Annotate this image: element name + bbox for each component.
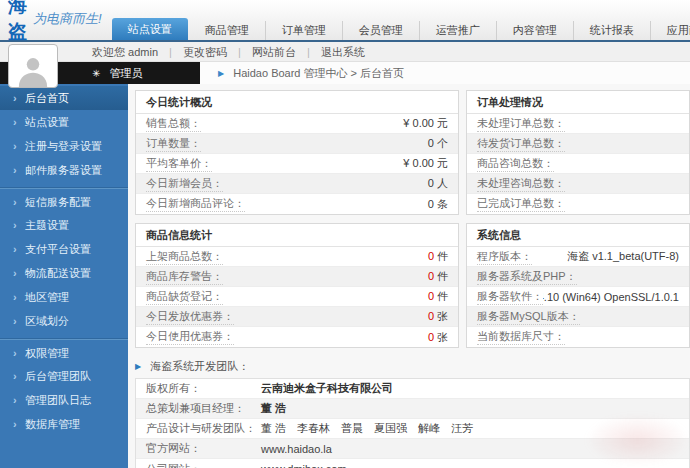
logout-link[interactable]: 退出系统 [321,46,365,58]
sidebar-item-label: 物流配送设置 [25,267,91,279]
stat-label: 商品库存警告： [146,269,223,285]
admin-app: 海盗 为电商而生! 站点设置 商品管理 订单管理 会员管理 运营推广 内容管理 … [0,0,690,468]
tab-app-store[interactable]: 应用商店 [651,21,690,40]
sidebar-item-label: 主题设置 [25,219,69,231]
sidebar-item-payment-platform[interactable]: ›支付平台设置 [0,237,128,261]
sidebar-item-region-management[interactable]: ›地区管理 [0,285,128,309]
official-site-link[interactable]: www.haidao.la [261,443,332,455]
stat-label: 未处理咨询总数： [477,176,565,192]
arrow-right-icon: ▶ [135,362,141,371]
content-area: 今日统计概况 销售总额：¥ 0.00 元 订单数量：0 个 平均客单价：¥ 0.… [128,84,690,468]
team-row: 公司网站：www.dmibox.com [136,459,689,468]
stat-label: 服务器软件： [477,289,543,305]
dev-team-header: ▶ 海盗系统开发团队： [135,358,690,375]
sidebar-item-admin-team[interactable]: ›后台管理团队 [0,364,128,388]
stat-row: 程序版本：海盗 v1.1_beta(UTF-8) [467,247,689,267]
stat-value: 0 人 [428,176,448,191]
team-label: 官方网站： [146,441,261,456]
stat-row: 服务器MySQL版本： [467,307,689,327]
sidebar-item-label: 站点设置 [25,116,69,128]
dev-team-title: 海盗系统开发团队： [150,360,249,372]
stat-label: 今日使用优惠券： [146,329,234,345]
logo-tagline: 为电商而生! [33,10,102,28]
separator: | [307,46,310,58]
team-label: 总策划兼项目经理： [146,401,261,416]
sidebar-item-database[interactable]: ›数据库管理 [0,412,128,436]
site-front-link[interactable]: 网站前台 [252,46,296,58]
breadcrumb: ▶ Haidao Board 管理中心 > 后台首页 [218,62,404,84]
tab-marketing[interactable]: 运营推广 [420,21,497,40]
sidebar-item-logistics[interactable]: ›物流配送设置 [0,261,128,285]
team-row: 版权所有：云南迪米盒子科技有限公司 [136,379,689,399]
stat-value: 0张 [428,309,448,324]
stat-label: 当前数据库尺寸： [477,329,565,345]
stat-row: 今日发放优惠券：0张 [136,307,458,327]
chevron-right-icon: › [13,341,17,365]
tab-order-management[interactable]: 订单管理 [266,21,343,40]
asterisk-icon: ✳ [92,68,100,79]
stat-value: 0 个 [428,136,448,151]
sidebar-item-label: 地区管理 [25,291,69,303]
panel-title: 商品信息统计 [136,224,458,247]
sidebar-item-register-login[interactable]: ›注册与登录设置 [0,134,128,158]
sidebar-item-label: 后台管理团队 [25,370,91,382]
stat-label: 平均客单价： [146,156,212,172]
breadcrumb-arrow-icon: ▶ [218,69,224,78]
sidebar-item-mail-server[interactable]: ›邮件服务器设置 [0,158,128,182]
sidebar: ›后台首页 ›站点设置 ›注册与登录设置 ›邮件服务器设置 ›短信服务配置 ›主… [0,84,128,468]
chevron-right-icon: › [13,86,17,110]
stat-label: 上架商品总数： [146,249,223,265]
tab-content-management[interactable]: 内容管理 [497,21,574,40]
sidebar-item-permissions[interactable]: ›权限管理 [0,338,128,364]
panel-order-processing: 订单处理情况 未处理订单总数： 待发货订单总数： 商品咨询总数： 未处理咨询总数… [466,90,690,215]
team-value: 董 浩 李春林 普晨 夏国强 解峰 汪芳 [261,421,473,436]
tab-member-management[interactable]: 会员管理 [343,21,420,40]
stat-row: 待发货订单总数： [467,134,689,154]
separator: | [169,46,172,58]
company-site-link[interactable]: www.dmibox.com [261,463,347,468]
sidebar-item-zone-division[interactable]: ›区域划分 [0,309,128,333]
stat-label: 今日新增会员： [146,176,223,192]
role-breadcrumb-row: ✳ 管理员 ▶ Haidao Board 管理中心 > 后台首页 [0,62,690,84]
change-password-link[interactable]: 更改密码 [183,46,227,58]
stat-row: 今日新增商品评论：0 条 [136,194,458,214]
tab-site-settings[interactable]: 站点设置 [112,18,188,40]
chevron-right-icon: › [13,158,17,182]
chevron-right-icon: › [13,134,17,158]
stat-row: 上架商品总数：0件 [136,247,458,267]
sidebar-item-admin-logs[interactable]: ›管理团队日志 [0,388,128,412]
stat-row: 平均客单价：¥ 0.00 元 [136,154,458,174]
sidebar-item-site-settings[interactable]: ›站点设置 [0,110,128,134]
stat-value: ¥ 0.00 元 [403,116,448,131]
chevron-right-icon: › [13,309,17,333]
sidebar-item-sms-config[interactable]: ›短信服务配置 [0,187,128,213]
stat-value: 0件 [428,249,448,264]
tab-goods-management[interactable]: 商品管理 [189,21,266,40]
team-label: 版权所有： [146,381,261,396]
team-value: 云南迪米盒子科技有限公司 [261,381,393,396]
team-row: 产品设计与研发团队：董 浩 李春林 普晨 夏国强 解峰 汪芳 [136,419,689,439]
sidebar-item-theme-settings[interactable]: ›主题设置 [0,213,128,237]
stat-row: 已完成订单总数： [467,194,689,214]
stat-row: 服务器系统及PHP： [467,267,689,287]
top-header: 海盗 为电商而生! 站点设置 商品管理 订单管理 会员管理 运营推广 内容管理 … [0,0,690,40]
stat-row: 今日新增会员：0 人 [136,174,458,194]
stat-value: 0张 [428,330,448,345]
dev-team-section: ▶ 海盗系统开发团队： 版权所有：云南迪米盒子科技有限公司 总策划兼项目经理：董… [135,358,690,468]
stat-row: 未处理订单总数： [467,114,689,134]
sidebar-item-dashboard[interactable]: ›后台首页 [0,86,128,110]
panel-goods-stats: 商品信息统计 上架商品总数：0件 商品库存警告：0件 商品缺货登记：0件 今日发… [135,223,459,348]
sidebar-item-label: 数据库管理 [25,418,80,430]
sidebar-item-label: 区域划分 [25,315,69,327]
sidebar-item-label: 管理团队日志 [25,394,91,406]
stat-row: 今日使用优惠券：0张 [136,327,458,347]
avatar [8,44,58,88]
sidebar-item-label: 权限管理 [25,347,69,359]
panel-today-stats: 今日统计概况 销售总额：¥ 0.00 元 订单数量：0 个 平均客单价：¥ 0.… [135,90,459,215]
stat-label: 已完成订单总数： [477,196,565,212]
chevron-right-icon: › [13,190,17,214]
chevron-right-icon: › [13,285,17,309]
stat-value: Apache/2.4.10 (Win64) OpenSSL/1.0.1 [543,291,679,303]
chevron-right-icon: › [13,412,17,436]
tab-reports[interactable]: 统计报表 [574,21,651,40]
